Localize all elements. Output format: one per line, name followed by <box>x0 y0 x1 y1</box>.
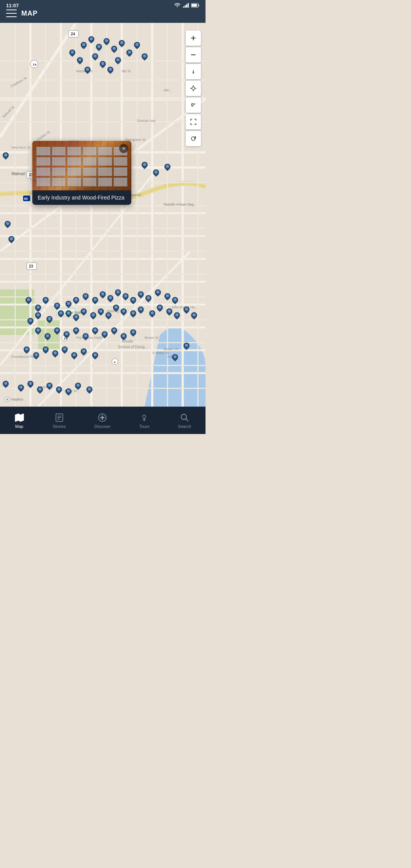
map-marker[interactable] <box>120 333 127 342</box>
zoom-in-button[interactable] <box>186 30 201 46</box>
map-marker[interactable] <box>32 352 40 361</box>
map-marker[interactable] <box>65 301 72 310</box>
map-marker[interactable] <box>89 312 97 321</box>
map-marker[interactable] <box>110 327 118 337</box>
map-marker[interactable] <box>120 308 127 318</box>
map-marker[interactable] <box>42 297 49 306</box>
map-marker[interactable] <box>65 388 72 397</box>
map-marker[interactable] <box>76 57 84 66</box>
map-marker[interactable] <box>65 310 72 319</box>
map-marker[interactable] <box>91 327 99 337</box>
nav-item-search[interactable]: Search <box>172 410 198 432</box>
nav-item-stories[interactable]: Stories <box>47 410 72 432</box>
map-marker[interactable] <box>107 295 114 304</box>
map-marker[interactable] <box>183 306 190 316</box>
map-container[interactable]: Chatham St Metcalf St Corliss St Mariett… <box>0 23 206 407</box>
map-marker[interactable] <box>137 306 145 316</box>
map-marker[interactable] <box>112 305 120 314</box>
map-marker[interactable] <box>166 308 173 318</box>
popup-close-button[interactable]: × <box>119 144 128 153</box>
map-marker[interactable] <box>97 308 105 318</box>
map-marker[interactable] <box>152 169 160 179</box>
map-marker[interactable] <box>46 316 53 325</box>
map-marker[interactable] <box>27 318 34 327</box>
map-marker[interactable] <box>80 308 88 318</box>
map-marker[interactable] <box>46 383 53 392</box>
map-marker[interactable] <box>171 297 179 306</box>
map-marker[interactable] <box>55 386 63 396</box>
map-marker[interactable] <box>57 310 65 319</box>
map-marker[interactable] <box>122 293 129 302</box>
map-marker[interactable] <box>36 386 44 396</box>
map-marker[interactable] <box>4 221 11 230</box>
map-marker[interactable] <box>25 297 32 306</box>
map-marker[interactable] <box>129 297 137 306</box>
map-marker[interactable] <box>2 152 10 161</box>
map-marker[interactable] <box>141 53 148 62</box>
refresh-button[interactable] <box>186 131 201 146</box>
rotation-button[interactable]: 0° <box>186 97 201 113</box>
zoom-out-button[interactable] <box>186 47 201 62</box>
map-marker[interactable] <box>84 67 91 76</box>
map-marker[interactable] <box>164 164 171 173</box>
map-marker[interactable] <box>173 312 181 321</box>
map-marker[interactable] <box>183 343 190 352</box>
map-marker[interactable] <box>80 348 88 357</box>
map-marker[interactable] <box>114 57 122 66</box>
map-marker[interactable] <box>171 354 179 363</box>
locate-button[interactable] <box>186 81 201 96</box>
place-popup[interactable]: × Early Industry and Wood-Fired Pizza <box>32 141 131 205</box>
map-marker[interactable] <box>53 327 61 337</box>
nav-item-tours[interactable]: Tours <box>133 410 156 432</box>
map-marker[interactable] <box>42 346 49 356</box>
map-marker[interactable] <box>110 46 118 55</box>
map-marker[interactable] <box>103 38 110 47</box>
map-marker[interactable] <box>154 289 162 298</box>
map-marker[interactable] <box>72 297 80 306</box>
map-marker[interactable] <box>80 42 88 51</box>
map-marker[interactable] <box>70 352 78 361</box>
map-marker[interactable] <box>82 333 89 342</box>
map-marker[interactable] <box>114 289 122 298</box>
map-marker[interactable] <box>17 385 25 394</box>
fullscreen-button[interactable] <box>186 114 201 129</box>
map-marker[interactable] <box>23 346 30 356</box>
map-marker[interactable] <box>156 305 164 314</box>
map-marker[interactable] <box>34 312 42 321</box>
map-marker[interactable] <box>68 49 76 59</box>
map-marker[interactable] <box>95 44 103 53</box>
map-marker[interactable] <box>2 381 10 390</box>
map-marker[interactable] <box>129 329 137 338</box>
map-marker[interactable] <box>91 53 99 62</box>
map-marker[interactable] <box>148 310 156 319</box>
map-marker[interactable] <box>86 386 93 396</box>
map-marker[interactable] <box>99 291 107 300</box>
menu-button[interactable] <box>6 10 17 17</box>
north-button[interactable] <box>186 64 201 79</box>
map-marker[interactable] <box>164 293 171 302</box>
map-marker[interactable] <box>190 312 198 321</box>
map-marker[interactable] <box>74 383 82 392</box>
map-marker[interactable] <box>133 42 141 51</box>
map-marker[interactable] <box>72 314 80 323</box>
map-marker[interactable] <box>141 162 148 171</box>
map-marker[interactable] <box>61 346 68 356</box>
map-marker[interactable] <box>27 381 34 390</box>
nav-item-map[interactable]: Map <box>8 410 30 432</box>
map-marker[interactable] <box>145 295 152 304</box>
map-marker[interactable] <box>129 310 137 319</box>
map-marker[interactable] <box>107 67 114 76</box>
map-marker[interactable] <box>118 40 126 49</box>
map-marker[interactable] <box>82 293 89 302</box>
map-marker[interactable] <box>51 350 59 359</box>
nav-item-discover[interactable]: Discover <box>88 410 117 432</box>
map-marker[interactable] <box>8 236 15 245</box>
map-marker[interactable] <box>88 36 95 45</box>
map-marker[interactable] <box>105 312 112 321</box>
map-marker[interactable] <box>101 331 108 340</box>
map-marker[interactable] <box>91 297 99 306</box>
map-marker[interactable] <box>99 61 107 70</box>
map-marker[interactable] <box>137 291 145 300</box>
map-marker[interactable] <box>72 327 80 337</box>
map-marker[interactable] <box>34 327 42 337</box>
